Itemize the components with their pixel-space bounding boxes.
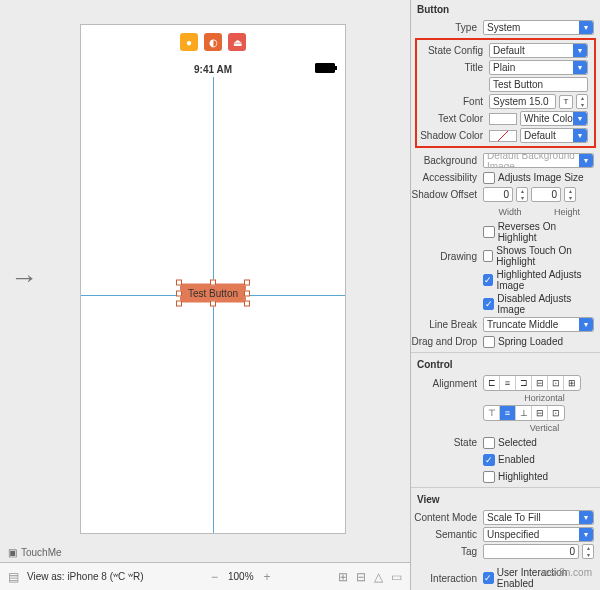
disabled-adjusts-checkbox[interactable]: ✓ bbox=[483, 298, 494, 310]
text-color-label: Text Color bbox=[417, 113, 489, 124]
align-tool-icon[interactable]: ⊞ bbox=[338, 570, 348, 584]
type-dropdown[interactable]: System▾ bbox=[483, 20, 594, 35]
line-break-dropdown[interactable]: Truncate Middle▾ bbox=[483, 317, 594, 332]
content-mode-dropdown[interactable]: Scale To Fill▾ bbox=[483, 510, 594, 525]
font-picker-icon[interactable]: T bbox=[559, 95, 573, 109]
alignment-label: Alignment bbox=[411, 378, 483, 389]
resize-handle[interactable] bbox=[176, 290, 182, 296]
enabled-checkbox[interactable]: ✓ bbox=[483, 454, 495, 466]
document-outline-toggle-icon[interactable]: ▤ bbox=[8, 570, 19, 584]
touchme-label: TouchMe bbox=[21, 547, 62, 558]
scene-dock-exit-icon[interactable]: ⏏ bbox=[228, 33, 246, 51]
state-label: State bbox=[411, 437, 483, 448]
pin-tool-icon[interactable]: ⊟ bbox=[356, 570, 366, 584]
resize-handle[interactable] bbox=[244, 280, 250, 286]
zoom-level[interactable]: 100% bbox=[228, 571, 254, 582]
accessibility-label: Accessibility bbox=[411, 172, 483, 183]
selected-button-label: Test Button bbox=[188, 288, 238, 299]
view-as-label[interactable]: View as: iPhone 8 (ʷC ʷR) bbox=[27, 571, 144, 582]
selected-test-button[interactable]: Test Button bbox=[180, 284, 246, 303]
background-label: Background bbox=[411, 155, 483, 166]
shadow-height-stepper[interactable]: ▴▾ bbox=[564, 187, 576, 202]
title-mode-label: Title bbox=[417, 62, 489, 73]
state-config-dropdown[interactable]: Default▾ bbox=[489, 43, 588, 58]
resize-handle[interactable] bbox=[176, 301, 182, 307]
resolve-tool-icon[interactable]: △ bbox=[374, 570, 383, 584]
horizontal-align-segments[interactable]: ⊏≡⊐⊟⊡⊞ bbox=[483, 375, 581, 391]
shadow-color-label: Shadow Color bbox=[417, 130, 489, 141]
text-color-swatch[interactable] bbox=[489, 113, 517, 125]
interface-builder-canvas[interactable]: → ● ◐ ⏏ 9:41 AM Test Button bbox=[0, 0, 410, 590]
embed-tool-icon[interactable]: ▭ bbox=[391, 570, 402, 584]
title-text-field[interactable]: Test Button bbox=[489, 77, 588, 92]
adjusts-image-size-checkbox[interactable] bbox=[483, 172, 495, 184]
drawing-label: Drawing bbox=[411, 251, 483, 262]
device-frame[interactable]: ● ◐ ⏏ 9:41 AM Test Button bbox=[80, 24, 346, 534]
zoom-out-button[interactable]: − bbox=[211, 570, 218, 584]
line-break-label: Line Break bbox=[411, 319, 483, 330]
font-label: Font bbox=[417, 96, 489, 107]
scene-dock-vc-icon[interactable]: ● bbox=[180, 33, 198, 51]
reverses-checkbox[interactable] bbox=[483, 226, 495, 238]
highlighted-adjusts-checkbox[interactable]: ✓ bbox=[483, 274, 493, 286]
shadow-height-field[interactable]: 0 bbox=[531, 187, 561, 202]
canvas-bottom-bar: ▤ View as: iPhone 8 (ʷC ʷR) − 100% + ⊞ ⊟… bbox=[0, 562, 410, 590]
drag-drop-label: Drag and Drop bbox=[411, 336, 483, 347]
battery-icon bbox=[315, 63, 335, 73]
shadow-width-field[interactable]: 0 bbox=[483, 187, 513, 202]
filter-icon[interactable]: ▣ bbox=[8, 547, 17, 558]
highlighted-checkbox[interactable] bbox=[483, 471, 495, 483]
spring-loaded-checkbox[interactable] bbox=[483, 336, 495, 348]
control-section-title: Control bbox=[411, 355, 600, 374]
semantic-dropdown[interactable]: Unspecified▾ bbox=[483, 527, 594, 542]
tag-label: Tag bbox=[411, 546, 483, 557]
title-mode-dropdown[interactable]: Plain▾ bbox=[489, 60, 588, 75]
shadow-width-stepper[interactable]: ▴▾ bbox=[516, 187, 528, 202]
resize-handle[interactable] bbox=[176, 280, 182, 286]
scene-dock-first-responder-icon[interactable]: ◐ bbox=[204, 33, 222, 51]
type-label: Type bbox=[411, 22, 483, 33]
segue-arrow: → bbox=[10, 262, 38, 294]
background-image-dropdown[interactable]: Default Background Image▾ bbox=[483, 153, 594, 168]
status-bar-time: 9:41 AM bbox=[81, 61, 345, 77]
state-config-label: State Config bbox=[417, 45, 489, 56]
shows-touch-checkbox[interactable] bbox=[483, 250, 493, 262]
font-stepper[interactable]: ▴▾ bbox=[576, 94, 588, 109]
text-color-dropdown[interactable]: White Color▾ bbox=[520, 111, 588, 126]
watermark: wsx8n.com bbox=[542, 567, 592, 578]
zoom-in-button[interactable]: + bbox=[264, 570, 271, 584]
selected-checkbox[interactable] bbox=[483, 437, 495, 449]
tag-stepper[interactable]: ▴▾ bbox=[582, 544, 594, 559]
vertical-align-segments[interactable]: ⊤≡⊥⊟⊡ bbox=[483, 405, 565, 421]
attributes-inspector: Button Type System▾ State Config Default… bbox=[410, 0, 600, 590]
highlight-box-title-section: State Config Default▾ Title Plain▾ Test … bbox=[415, 38, 596, 148]
resize-handle[interactable] bbox=[244, 301, 250, 307]
content-mode-label: Content Mode bbox=[411, 512, 483, 523]
resize-handle[interactable] bbox=[244, 290, 250, 296]
interaction-label: Interaction bbox=[411, 573, 483, 584]
font-field[interactable]: System 15.0 bbox=[489, 94, 556, 109]
button-section-title: Button bbox=[411, 0, 600, 19]
semantic-label: Semantic bbox=[411, 529, 483, 540]
view-section-title: View bbox=[411, 490, 600, 509]
user-interaction-checkbox[interactable]: ✓ bbox=[483, 572, 494, 584]
tag-field[interactable]: 0 bbox=[483, 544, 579, 559]
shadow-offset-label: Shadow Offset bbox=[411, 189, 483, 200]
resize-handle[interactable] bbox=[210, 301, 216, 307]
resize-handle[interactable] bbox=[210, 280, 216, 286]
scene-toolbar: ● ◐ ⏏ bbox=[81, 33, 345, 51]
shadow-color-dropdown[interactable]: Default▾ bbox=[520, 128, 588, 143]
shadow-color-swatch[interactable] bbox=[489, 130, 517, 142]
